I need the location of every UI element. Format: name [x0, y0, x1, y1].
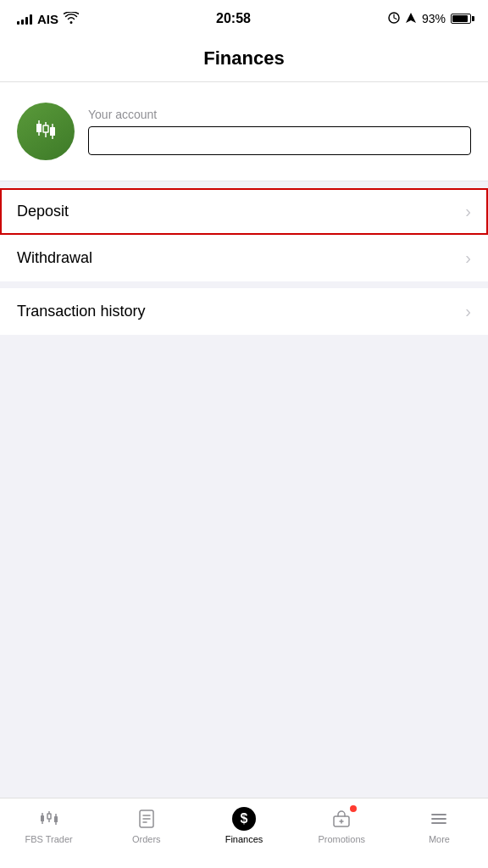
tab-more[interactable]: More — [391, 807, 488, 844]
tab-orders[interactable]: Orders — [97, 807, 195, 844]
finances-icon: $ — [232, 807, 256, 831]
transaction-history-menu-item[interactable]: Transaction history › — [0, 288, 488, 335]
transaction-history-label: Transaction history — [17, 303, 145, 320]
tab-promotions[interactable]: Promotions — [293, 807, 391, 844]
svg-rect-17 — [54, 816, 58, 822]
promotions-tab-label: Promotions — [318, 834, 365, 844]
more-tab-label: More — [429, 834, 450, 844]
status-right: 93% — [388, 12, 471, 26]
account-info: Your account — [88, 108, 471, 155]
menu-section: Deposit › Withdrawal › — [0, 188, 488, 281]
content-area — [0, 335, 488, 849]
account-value-box — [88, 126, 471, 155]
carrier-label: AIS — [37, 12, 58, 26]
signal-bars-icon — [17, 13, 32, 25]
promotions-badge — [350, 805, 357, 812]
section-divider-1 — [0, 181, 488, 188]
account-label: Your account — [88, 108, 471, 121]
deposit-chevron-icon: › — [465, 202, 471, 221]
orders-icon — [135, 807, 158, 831]
tab-finances[interactable]: $ Finances — [195, 807, 292, 844]
transaction-history-chevron-icon: › — [465, 302, 471, 321]
svg-rect-5 — [43, 125, 48, 132]
fbs-trader-tab-label: FBS Trader — [25, 834, 72, 844]
deposit-label: Deposit — [17, 203, 69, 220]
withdrawal-menu-item[interactable]: Withdrawal › — [0, 235, 488, 281]
promotions-icon — [330, 807, 353, 831]
battery-icon — [451, 14, 471, 24]
more-icon — [427, 807, 451, 831]
page-title: Finances — [17, 47, 471, 70]
fbs-trader-icon — [37, 807, 61, 831]
battery-percent: 93% — [422, 12, 446, 25]
svg-rect-2 — [36, 124, 42, 132]
account-avatar — [17, 103, 75, 160]
svg-rect-14 — [47, 814, 51, 819]
status-time: 20:58 — [216, 11, 251, 26]
svg-rect-11 — [41, 815, 44, 821]
orders-tab-label: Orders — [132, 834, 161, 844]
location-icon — [388, 12, 400, 26]
withdrawal-label: Withdrawal — [17, 249, 92, 267]
deposit-menu-item[interactable]: Deposit › — [0, 188, 488, 235]
history-section: Transaction history › — [0, 288, 488, 335]
wifi-icon — [64, 12, 79, 26]
section-divider-2 — [0, 281, 488, 288]
finances-tab-label: Finances — [225, 834, 263, 844]
svg-rect-8 — [50, 127, 55, 136]
tab-bar: FBS Trader Orders $ Finances — [0, 798, 488, 868]
navigation-icon — [405, 12, 417, 26]
finances-dollar-icon: $ — [232, 807, 256, 831]
account-section: Your account — [0, 82, 488, 181]
withdrawal-chevron-icon: › — [465, 248, 471, 268]
page-header: Finances — [0, 37, 488, 82]
status-bar: AIS 20:58 93% — [0, 0, 488, 37]
status-left: AIS — [17, 12, 79, 26]
tab-fbs-trader[interactable]: FBS Trader — [0, 807, 97, 844]
